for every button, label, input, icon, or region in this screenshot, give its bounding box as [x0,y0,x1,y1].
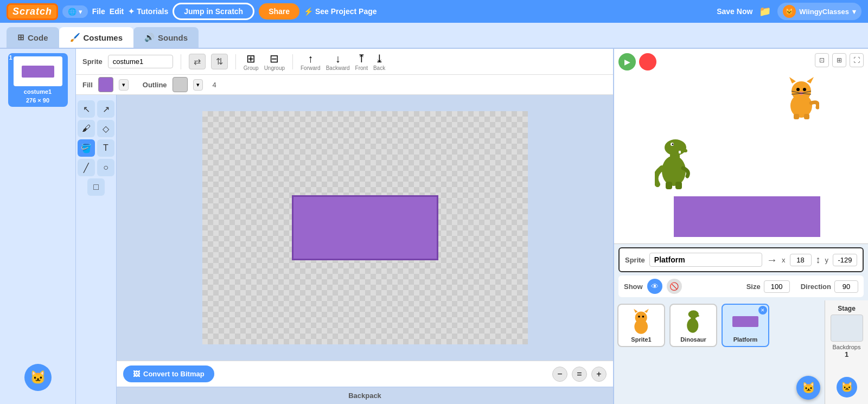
convert-to-bitmap-button[interactable]: 🖼 Convert to Bitmap [123,365,214,382]
svg-point-23 [635,312,647,324]
select-tool[interactable]: ↖ [78,100,95,118]
svg-marker-12 [807,77,814,84]
circle-tool[interactable]: ○ [97,159,114,176]
outline-dropdown[interactable]: ▾ [193,79,203,91]
sprite1-cat-icon [630,308,652,335]
show-visible-button[interactable]: 👁 [647,279,662,294]
backward-button[interactable]: ↓ Backward [326,53,350,71]
forward-icon: ↑ [308,53,313,65]
backdrops-label: Backdrops [833,344,861,350]
brush-tool[interactable]: 🖌 [78,120,95,137]
back-label: Back [373,65,385,71]
sprite-name-input[interactable] [649,253,762,267]
tab-sounds[interactable]: 🔊 Sounds [133,27,199,48]
folder-icon[interactable]: 📁 [759,5,771,17]
zoom-controls: − = + [552,367,607,382]
zoom-reset-button[interactable]: = [572,367,587,382]
costume-thumbnail[interactable]: costume1 276 × 90 [8,53,68,107]
see-project-page-link[interactable]: ⚡ See Project Page [304,7,377,16]
ungroup-button[interactable]: ⊟ Ungroup [264,52,285,71]
group-button[interactable]: ⊞ Group [244,52,259,71]
flip-h-icon: ⇄ [194,56,201,67]
chevron-down-icon: ▾ [852,8,856,16]
nav-tutorials[interactable]: ✦ Tutorials [128,7,168,16]
size-input[interactable] [764,280,790,293]
add-costume-button[interactable]: 🐱 [24,364,52,391]
rect-tool[interactable]: □ [87,178,105,196]
save-now-button[interactable]: Save Now [717,7,752,16]
fullscreen-icon[interactable]: ⛶ [850,53,864,67]
sprite-card-dinosaur[interactable]: Dinosaur [669,304,717,347]
direction-label: Direction [801,283,831,291]
outline-color-swatch[interactable] [173,77,188,92]
svg-rect-8 [675,182,682,189]
forward-button[interactable]: ↑ Forward [301,53,321,71]
code-icon: ⊞ [17,33,24,42]
add-backdrop-button[interactable]: 🐱 [837,377,857,397]
platform-delete-icon[interactable]: ✕ [758,306,767,315]
eraser-tool[interactable]: ◇ [97,120,114,137]
red-stop-button[interactable] [639,53,656,70]
show-hidden-button[interactable]: 🚫 [667,279,682,294]
tool-row-4: ╱ ○ [78,159,114,176]
fill-tool[interactable]: 🪣 [78,139,95,157]
convert-label: Convert to Bitmap [143,370,205,378]
line-tool[interactable]: ╱ [78,159,95,176]
size-section: Size [746,280,790,293]
stage-top-icons: ⊡ ⊞ ⛶ [815,53,864,67]
text-tool[interactable]: T [97,139,114,157]
nav-globe-btn[interactable]: 🌐 ▾ [62,5,88,18]
x-coord-input[interactable] [790,254,812,266]
dinosaur-on-stage [655,136,695,192]
flip-horizontal-button[interactable]: ⇄ [189,54,206,69]
fill-outline-row: Fill ▾ Outline ▾ 4 [76,75,613,95]
costume-name-input[interactable] [108,55,173,68]
y-coord-input[interactable] [833,254,857,266]
sprite1-label: Sprite1 [631,336,651,343]
jump-in-scratch-button[interactable]: Jump in Scratch [173,3,254,20]
sprite1-image [625,308,658,335]
tab-costumes[interactable]: 🖌️ Costumes [59,27,134,48]
front-button[interactable]: ⤒ Front [355,52,368,71]
svg-marker-11 [789,77,796,84]
canvas-background[interactable] [202,111,528,344]
costume-thumb-size: 276 × 90 [26,97,49,104]
green-flag-button[interactable]: ▶ [618,53,636,70]
back-icon: ⤓ [375,52,384,65]
backpack-bar[interactable]: Backpack [117,387,613,404]
toolbar-separator-1 [181,54,181,69]
right-panel: ▶ ⊡ ⊞ ⛶ [613,49,868,404]
svg-marker-25 [644,309,649,313]
costume-number: 1 [9,54,12,61]
nav-file[interactable]: File [92,7,105,16]
sprite-card-sprite1[interactable]: Sprite1 [617,304,665,347]
add-sprite-button[interactable]: 🐱 [796,376,820,400]
sound-icon: 🔊 [144,33,155,42]
tab-bar: ⊞ Code 🖌️ Costumes 🔊 Sounds [0,23,868,49]
direction-input[interactable] [834,280,858,293]
nav-edit[interactable]: Edit [110,7,124,16]
user-menu[interactable]: 🐱 WiingyClasses ▾ [777,3,861,20]
tab-code[interactable]: ⊞ Code [7,27,59,48]
share-button[interactable]: Share [259,3,299,20]
ungroup-icon: ⊟ [270,52,279,65]
main-layout: 1 costume1 276 × 90 🐱 Sprite ⇄ ⇅ [0,49,868,404]
purple-rect-shape[interactable] [292,195,438,260]
zoom-in-button[interactable]: + [591,367,607,382]
back-button[interactable]: ⤓ Back [373,52,385,71]
sprite-card-platform[interactable]: ✕ Platform [722,304,769,347]
backward-icon: ↓ [335,53,341,65]
platform-image [729,308,762,335]
zoom-out-button[interactable]: − [552,367,567,382]
fill-dropdown[interactable]: ▾ [119,79,129,91]
transform-tool[interactable]: ↗ [97,100,114,118]
fill-color-swatch[interactable] [98,77,113,92]
front-label: Front [355,65,368,71]
expand-small-icon[interactable]: ⊡ [815,53,829,67]
scratch-logo[interactable]: Scratch [7,3,58,20]
flip-vertical-button[interactable]: ⇅ [211,54,228,69]
canvas-container [117,95,613,361]
expand-medium-icon[interactable]: ⊞ [832,53,846,67]
stage-thumbnail[interactable] [831,315,863,342]
svg-point-27 [642,316,644,318]
